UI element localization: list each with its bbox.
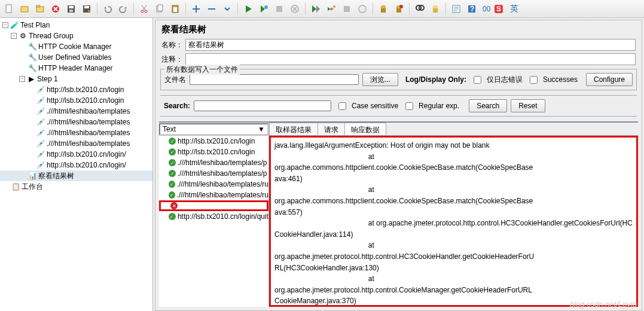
- collapse-icon[interactable]: [205, 2, 219, 16]
- status-ok-icon: ✓: [169, 181, 175, 188]
- func-helper-icon[interactable]: [449, 2, 463, 16]
- undo-icon[interactable]: [100, 2, 115, 16]
- search-icon[interactable]: [413, 2, 427, 16]
- tree-item[interactable]: HTTP Header Manager: [38, 64, 113, 72]
- workbench-icon: 📋: [11, 182, 20, 191]
- run-nopause-icon[interactable]: [257, 2, 271, 16]
- name-field[interactable]: [185, 39, 636, 51]
- filename-field[interactable]: [190, 74, 359, 85]
- tree-request[interactable]: .///html/leshibao/templates: [47, 107, 130, 115]
- tree-item[interactable]: HTTP Cookie Manager: [38, 42, 112, 51]
- save-icon[interactable]: [64, 2, 78, 16]
- result-tab[interactable]: 取样器结果: [269, 123, 318, 135]
- reset-search-icon[interactable]: [428, 2, 442, 16]
- ime-cn-icon[interactable]: 英: [507, 2, 521, 16]
- svg-point-11: [145, 10, 147, 13]
- errors-only-label: 仅日志错误: [487, 75, 523, 85]
- run-remote-all-icon[interactable]: [324, 2, 338, 16]
- browse-button[interactable]: 浏览...: [362, 73, 398, 86]
- stop-icon[interactable]: [272, 2, 286, 16]
- clear-icon[interactable]: [376, 2, 390, 16]
- controller-icon: ▶: [26, 74, 36, 84]
- expand-icon[interactable]: [189, 2, 203, 16]
- tree-thread-group[interactable]: Thread Group: [29, 32, 74, 40]
- regex-checkbox[interactable]: [405, 102, 413, 110]
- svg-rect-22: [381, 8, 386, 13]
- file-open-tpl-icon[interactable]: [17, 2, 32, 16]
- close-icon[interactable]: [48, 2, 63, 16]
- svg-rect-27: [433, 8, 438, 13]
- paste-icon[interactable]: [168, 2, 182, 16]
- result-item[interactable]: ✓.///html/leshibao/templates/ru: [159, 179, 268, 190]
- svg-point-16: [264, 5, 268, 9]
- test-plan-tree[interactable]: −🧪Test Plan −⚙Thread Group 🔧HTTP Cookie …: [0, 18, 153, 311]
- filename-label: 文件名: [164, 75, 186, 85]
- status-ok-icon: ✓: [169, 213, 176, 220]
- tree-test-plan[interactable]: Test Plan: [20, 21, 50, 29]
- reset-button[interactable]: Reset: [511, 99, 545, 112]
- clear-all-icon[interactable]: [392, 2, 406, 16]
- tree-request[interactable]: http://lsb.tx2010.cn/login/: [47, 161, 126, 169]
- response-data-body[interactable]: java.lang.IllegalArgumentException: Host…: [269, 136, 638, 307]
- result-item[interactable]: ✓.///html/leshibao/templates/p: [159, 157, 268, 168]
- search-button[interactable]: Search: [469, 99, 507, 112]
- tree-request[interactable]: http://lsb.tx2010.cn/login: [47, 96, 124, 105]
- shutdown-icon[interactable]: [288, 2, 302, 16]
- renderer-combo[interactable]: Text ▼: [159, 123, 268, 135]
- run-remote-icon[interactable]: [309, 2, 323, 16]
- tree-request[interactable]: http://lsb.tx2010.cn/login/: [47, 150, 126, 158]
- search-group: Search: Case sensitive Regular exp. Sear…: [160, 95, 637, 117]
- shutdown-remote-icon[interactable]: [355, 2, 370, 16]
- chevron-down-icon: ▼: [258, 125, 265, 133]
- svg-rect-23: [396, 8, 401, 13]
- svg-rect-7: [69, 10, 73, 12]
- copy-icon[interactable]: [152, 2, 167, 16]
- sampler-icon: 💉: [36, 85, 45, 94]
- result-tabs: 取样器结果请求响应数据: [269, 123, 638, 136]
- save-as-icon[interactable]: [80, 2, 94, 16]
- tree-request[interactable]: .///html/leshibao/templates: [47, 139, 130, 148]
- result-tab[interactable]: 请求: [318, 123, 345, 135]
- result-tab[interactable]: 响应数据: [344, 123, 386, 135]
- help-icon[interactable]: ?: [465, 2, 479, 16]
- cut-icon[interactable]: [137, 2, 151, 16]
- tree-toggle[interactable]: −: [19, 76, 25, 82]
- result-item[interactable]: ✓http://lsb.tx2010.cn/login: [159, 136, 268, 147]
- result-item[interactable]: ✕: [159, 200, 268, 211]
- status-error-icon: ✕: [170, 202, 178, 209]
- result-item[interactable]: ✓http://lsb.tx2010.cn/login/quit: [159, 211, 268, 222]
- status-ok-icon: ✓: [169, 191, 175, 199]
- successes-checkbox[interactable]: [530, 76, 538, 84]
- ime-prefix: 00: [483, 5, 490, 13]
- file-open-icon[interactable]: [33, 2, 47, 16]
- tree-view-results[interactable]: 察看结果树: [38, 171, 74, 181]
- tree-request[interactable]: http://lsb.tx2010.cn/login: [47, 86, 124, 94]
- tree-request[interactable]: .///html/leshibao/templates: [47, 118, 130, 126]
- errors-only-checkbox[interactable]: [474, 76, 481, 84]
- main-toolbar: ? 00 S 英: [0, 0, 644, 18]
- result-item[interactable]: ✓http://lsb.tx2010.cn/login: [159, 147, 268, 157]
- case-sensitive-checkbox[interactable]: [338, 102, 346, 110]
- ime-s-icon[interactable]: S: [492, 2, 506, 16]
- search-field[interactable]: [194, 100, 331, 111]
- svg-rect-0: [6, 5, 11, 13]
- tree-toggle[interactable]: −: [11, 33, 17, 39]
- result-item[interactable]: ✓.///html/leshibao/templates/ru: [159, 190, 268, 200]
- tree-request[interactable]: .///html/leshibao/templates: [47, 129, 130, 137]
- log-display-only-label: Log/Display Only:: [405, 75, 466, 84]
- tree-toggle[interactable]: −: [2, 22, 8, 28]
- result-item[interactable]: ✓.///html/leshibao/templates/p: [159, 168, 268, 179]
- file-new-icon[interactable]: [2, 2, 16, 16]
- result-item-label: http://lsb.tx2010.cn/login/quit: [178, 212, 268, 221]
- stop-remote-icon[interactable]: [340, 2, 354, 16]
- tree-workbench[interactable]: 工作台: [22, 182, 43, 192]
- result-item-label: .///html/leshibao/templates/ru: [177, 180, 268, 188]
- comment-field[interactable]: [185, 53, 636, 65]
- run-icon[interactable]: [241, 2, 255, 16]
- tree-step1[interactable]: Step 1: [37, 75, 58, 83]
- redo-icon[interactable]: [116, 2, 130, 16]
- view-results-panel: 察看结果树 名称： 注释： 所有数据写入一个文件 文件名 浏览... Log/D…: [155, 20, 642, 311]
- tree-item[interactable]: User Defined Variables: [38, 53, 112, 62]
- toggle-icon[interactable]: [220, 2, 234, 16]
- configure-button[interactable]: Configure: [586, 73, 633, 86]
